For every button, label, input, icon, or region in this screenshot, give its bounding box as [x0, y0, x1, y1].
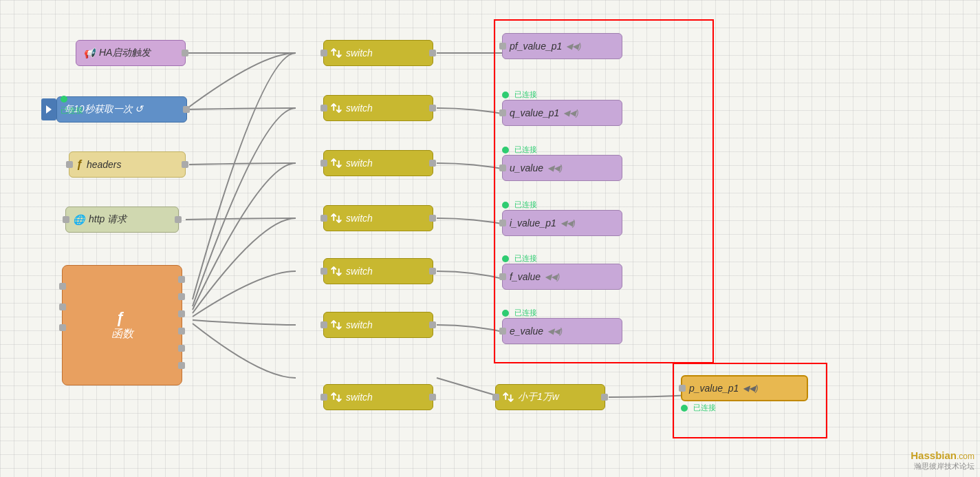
out6-dot: [502, 310, 509, 317]
func-port-left-1[interactable]: [59, 283, 66, 290]
output-node-2[interactable]: q_value_p1 ◀◀): [502, 100, 622, 126]
switch-icon-7b: [501, 390, 515, 404]
output-node-5-wrapper: 已连接 f_value ◀◀): [502, 253, 622, 290]
func-port-right-5[interactable]: [178, 345, 185, 352]
switch-node-2[interactable]: switch: [323, 95, 433, 121]
headers-node[interactable]: ƒ headers: [69, 151, 186, 178]
out2-input[interactable]: [499, 109, 506, 116]
sw2-output[interactable]: [429, 105, 436, 112]
http-input-port[interactable]: [63, 216, 69, 223]
ha-trigger-node[interactable]: 📢 HA启动触发: [76, 40, 186, 66]
func-port-right-4[interactable]: [178, 328, 185, 335]
out1-speaker-icon: ◀◀): [566, 41, 581, 51]
headers-label: headers: [87, 159, 122, 170]
func-port-right-6[interactable]: [178, 362, 185, 369]
switch-icon-3: [329, 156, 343, 170]
out4-speaker-icon: ◀◀): [560, 218, 576, 228]
func-port-left-3[interactable]: [59, 324, 66, 331]
sw7-output[interactable]: [429, 394, 436, 401]
func-port-right-3[interactable]: [178, 310, 185, 317]
sw4-input[interactable]: [320, 215, 327, 222]
headers-output-port[interactable]: [182, 161, 188, 168]
sw7b-output[interactable]: [601, 394, 608, 401]
out4-dot: [502, 202, 509, 209]
sw1-output[interactable]: [429, 50, 436, 56]
out2-dot: [502, 92, 509, 98]
out5-connected-text: 已连接: [514, 253, 537, 264]
out6-label: e_value: [510, 326, 543, 337]
out7-connected: 已连接: [681, 403, 808, 413]
out2-connected-text: 已连接: [514, 89, 537, 100]
out5-label: f_value: [510, 271, 541, 282]
out7-input[interactable]: [679, 385, 686, 392]
out6-input[interactable]: [499, 328, 506, 335]
out5-input[interactable]: [499, 273, 506, 280]
out1-label: pf_value_p1: [510, 41, 562, 52]
sw3-input[interactable]: [320, 160, 327, 167]
switch-icon-2: [329, 101, 343, 115]
sw7-input[interactable]: [320, 394, 327, 401]
output-node-6[interactable]: e_value ◀◀): [502, 318, 622, 344]
out7-speaker-icon: ◀◀): [743, 383, 758, 393]
out3-input[interactable]: [499, 165, 506, 171]
output-node-3-wrapper: 已连接 u_value ◀◀): [502, 145, 622, 181]
sw6-output[interactable]: [429, 321, 436, 328]
inject-connected-text: 已连接: [61, 105, 83, 116]
switch-node-3[interactable]: switch: [323, 150, 433, 176]
sw5-output[interactable]: [429, 268, 436, 275]
func-port-left-2[interactable]: [59, 304, 66, 310]
func-label: 函数: [111, 327, 133, 341]
headers-input-port[interactable]: [66, 161, 73, 168]
output-node-4-wrapper: 已连接 i_value_p1 ◀◀): [502, 200, 622, 236]
out5-dot: [502, 255, 509, 262]
switch-node-7b[interactable]: 小于1万w: [495, 384, 605, 410]
out4-input[interactable]: [499, 220, 506, 226]
ha-trigger-output-port[interactable]: [182, 50, 188, 56]
output-node-4[interactable]: i_value_p1 ◀◀): [502, 210, 622, 236]
switch-node-6[interactable]: switch: [323, 312, 433, 338]
output-node-7[interactable]: p_value_p1 ◀◀): [681, 375, 808, 401]
sw7b-input[interactable]: [492, 394, 499, 401]
sw5-input[interactable]: [320, 268, 327, 275]
out4-connected: 已连接: [502, 200, 622, 210]
sw2-input[interactable]: [320, 105, 327, 112]
switch-label-2: switch: [346, 103, 373, 114]
switch-label-7: switch: [346, 392, 373, 403]
switch-icon-6: [329, 318, 343, 332]
http-output-port[interactable]: [175, 216, 182, 223]
switch-node-4[interactable]: switch: [323, 205, 433, 231]
func-port-right-2[interactable]: [178, 293, 185, 300]
func-node[interactable]: ƒ 函数: [62, 265, 182, 385]
func-icon-headers: ƒ: [76, 158, 83, 171]
switch-node-1[interactable]: switch: [323, 40, 433, 66]
switch-node-5[interactable]: switch: [323, 258, 433, 284]
out1-input[interactable]: [499, 43, 506, 50]
inject-output-port[interactable]: [183, 106, 190, 113]
out7-connected-text: 已连接: [693, 403, 716, 413]
func-port-right-1[interactable]: [178, 276, 185, 283]
switch-label-1: switch: [346, 47, 373, 59]
switch-label-3: switch: [346, 158, 373, 169]
output-node-1[interactable]: pf_value_p1 ◀◀): [502, 33, 622, 59]
switch-label-5: switch: [346, 266, 373, 277]
out4-label: i_value_p1: [510, 218, 556, 229]
watermark-hassbian: Hassbian: [911, 449, 957, 461]
func-icon: ƒ: [116, 309, 124, 327]
inject-button[interactable]: [41, 98, 56, 120]
sw4-output[interactable]: [429, 215, 436, 222]
out2-label: q_value_p1: [510, 107, 559, 118]
wires-overlay: [0, 0, 980, 477]
output-node-2-wrapper: 已连接 q_value_p1 ◀◀): [502, 89, 622, 126]
out5-speaker-icon: ◀◀): [545, 272, 560, 282]
output-node-3[interactable]: u_value ◀◀): [502, 155, 622, 181]
output-node-5[interactable]: f_value ◀◀): [502, 264, 622, 290]
sw6-input[interactable]: [320, 321, 327, 328]
out4-connected-text: 已连接: [514, 200, 537, 210]
sw3-output[interactable]: [429, 160, 436, 167]
watermark-com: .com: [957, 452, 974, 461]
out7-label: p_value_p1: [689, 383, 739, 394]
http-request-node[interactable]: 🌐 http 请求: [65, 206, 179, 233]
sw1-input[interactable]: [320, 50, 327, 56]
switch-node-7[interactable]: switch: [323, 384, 433, 410]
out6-connected: 已连接: [502, 308, 622, 318]
